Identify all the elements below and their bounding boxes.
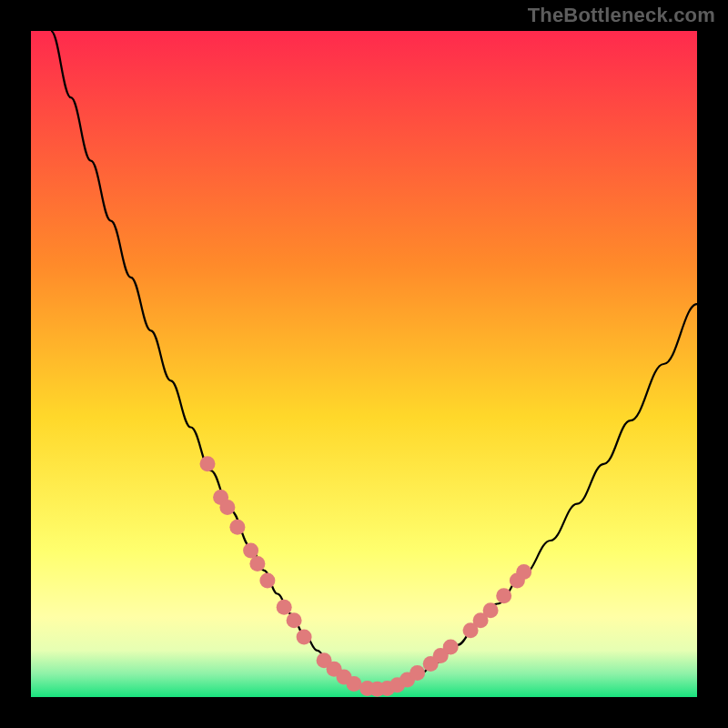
watermark-text: TheBottleneck.com xyxy=(528,4,715,27)
gradient-background xyxy=(31,31,697,697)
chart-svg xyxy=(31,31,697,697)
data-marker xyxy=(516,564,531,580)
data-marker xyxy=(219,500,235,515)
data-marker xyxy=(496,588,511,603)
data-marker xyxy=(200,456,216,471)
data-marker xyxy=(243,543,258,559)
data-marker xyxy=(249,556,265,571)
data-marker xyxy=(277,600,292,615)
data-marker xyxy=(229,520,245,535)
data-marker xyxy=(287,612,302,628)
chart-frame: TheBottleneck.com xyxy=(0,0,728,728)
data-marker xyxy=(259,572,275,588)
data-marker xyxy=(483,602,499,618)
plot-area xyxy=(31,31,697,697)
data-marker xyxy=(347,676,362,692)
data-marker xyxy=(410,665,425,681)
data-marker xyxy=(443,640,459,655)
data-marker xyxy=(297,630,312,645)
